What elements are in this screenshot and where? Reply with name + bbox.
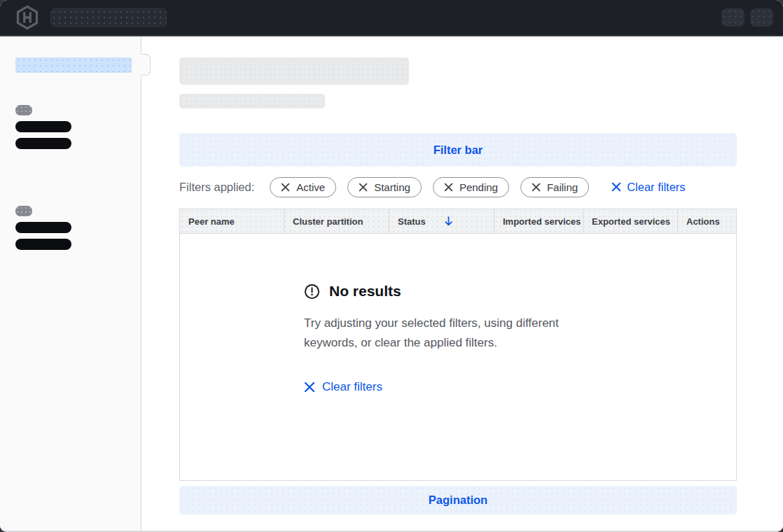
filters-applied-row: Filters applied: Active Starting Pend [179,176,737,197]
column-label: Status [398,216,426,227]
sidebar-item-skeleton-3[interactable] [15,222,71,233]
navbar-action-skeleton-2[interactable] [750,8,773,27]
navbar-action-skeleton-1[interactable] [721,8,744,27]
clear-filters-link[interactable]: Clear filters [611,181,685,194]
empty-state: No results Try adjusting your selected f… [304,234,612,396]
clear-filters-label: Clear filters [627,181,685,194]
empty-clear-label: Clear filters [322,380,382,394]
column-header-exported-services[interactable]: Exported services [583,209,678,233]
sidebar [0,36,141,531]
close-icon [304,382,315,393]
main-content: Filter bar Filters applied: Active Start… [141,36,783,531]
app-window: Filter bar Filters applied: Active Start… [0,0,783,532]
pagination-label: Pagination [429,493,487,507]
global-search-skeleton[interactable] [50,8,167,27]
close-icon[interactable] [359,183,368,192]
close-icon[interactable] [532,183,541,192]
filter-pill-label: Pending [459,181,498,193]
page-title-skeleton [179,57,409,85]
sidebar-section-label-skeleton-2 [15,206,32,216]
empty-state-title: No results [329,283,401,300]
pagination-placeholder[interactable]: Pagination [179,486,737,514]
filter-pill-active[interactable]: Active [270,177,336,197]
column-header-status[interactable]: Status [389,209,494,233]
column-header-cluster-partition[interactable]: Cluster partition [284,209,389,233]
hashicorp-logo-icon[interactable] [15,5,39,30]
column-label: Imported services [503,216,581,227]
filter-pill-label: Active [296,181,325,193]
page-subtitle-skeleton [179,94,325,108]
peers-table: Peer name Cluster partition Status [179,209,737,481]
sort-descending-icon[interactable] [444,216,453,226]
empty-state-clear-filters-link[interactable]: Clear filters [304,380,382,394]
sidebar-collapse-handle[interactable] [141,54,151,76]
top-navbar [0,0,783,36]
filter-pill-label: Failing [547,181,578,193]
alert-circle-icon [304,284,320,300]
filter-pill-label: Starting [374,181,410,193]
column-header-actions: Actions [678,209,736,233]
column-label: Exported services [592,216,670,227]
sidebar-active-item-skeleton[interactable] [15,57,132,73]
column-label: Peer name [188,216,235,227]
sidebar-item-skeleton-1[interactable] [15,121,71,132]
column-label: Actions [686,216,720,227]
filter-pill-starting[interactable]: Starting [347,177,422,197]
column-header-peer-name[interactable]: Peer name [180,209,284,233]
table-body: No results Try adjusting your selected f… [180,234,736,480]
column-label: Cluster partition [293,216,363,227]
filter-pill-failing[interactable]: Failing [520,177,589,197]
empty-state-description: Try adjusting your selected filters, usi… [304,314,607,352]
filter-bar-placeholder[interactable]: Filter bar [179,133,737,167]
filters-applied-label: Filters applied: [179,181,254,194]
sidebar-item-skeleton-2[interactable] [15,138,71,149]
close-icon[interactable] [281,183,290,192]
sidebar-section-label-skeleton-1 [15,105,32,115]
table-header-row: Peer name Cluster partition Status [180,209,736,234]
column-header-imported-services[interactable]: Imported services [494,209,583,233]
filter-bar-label: Filter bar [434,144,483,157]
filter-pill-pending[interactable]: Pending [433,177,509,197]
close-icon [611,182,621,192]
filter-pill-group: Active Starting Pending Failing [270,177,589,197]
sidebar-item-skeleton-4[interactable] [15,239,71,250]
close-icon[interactable] [444,183,453,192]
